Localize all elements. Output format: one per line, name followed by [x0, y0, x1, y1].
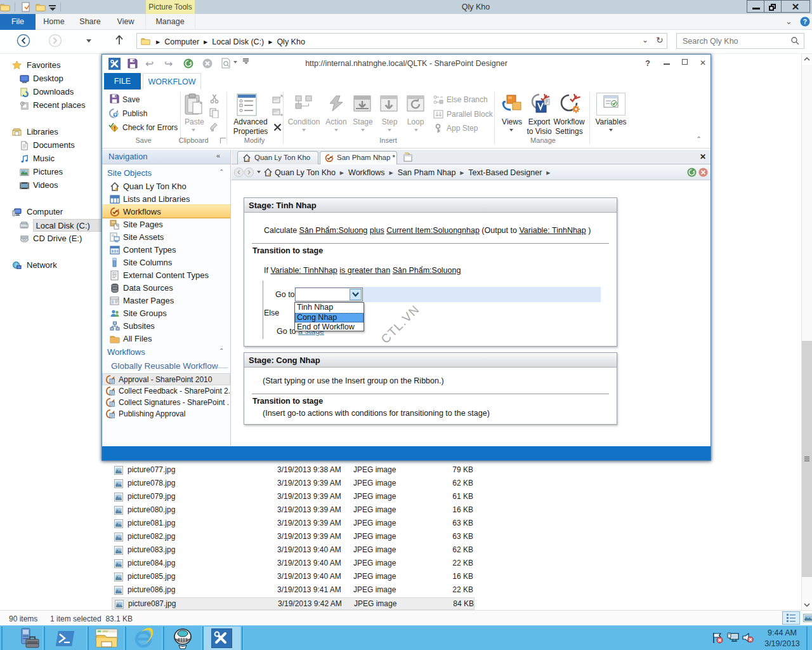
svg-text:?: ? [803, 18, 807, 25]
